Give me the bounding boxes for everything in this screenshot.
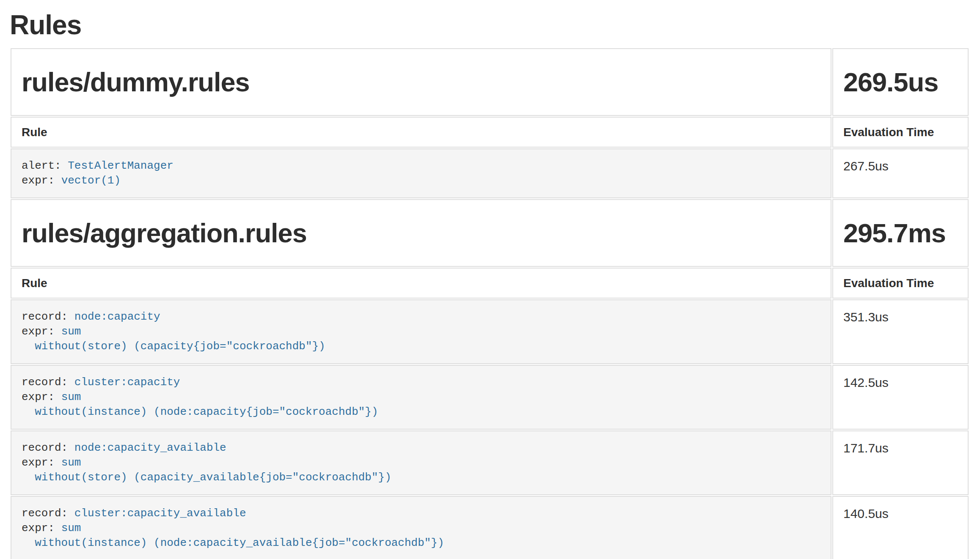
rule-name-link[interactable]: cluster:capacity (74, 376, 180, 389)
rule-expr-link[interactable]: without(instance) (node:capacity_availab… (22, 537, 444, 549)
rule-name-link[interactable]: node:capacity_available (74, 441, 226, 454)
rule-name-link[interactable]: TestAlertManager (68, 159, 173, 172)
rule-definition: alert: TestAlertManager expr: vector(1) (11, 148, 831, 198)
rule-keyword: expr: (22, 174, 61, 187)
rule-expr-link[interactable]: sum (61, 456, 81, 469)
rule-group-header-row: rules/aggregation.rules 295.7ms (11, 199, 969, 267)
rule-keyword: record: (22, 507, 74, 520)
rule-expr-link[interactable]: vector(1) (61, 174, 121, 187)
rule-code-line: record: node:capacity_available (22, 441, 820, 455)
rule-keyword: expr: (22, 522, 61, 534)
rule-expr-link[interactable]: without(instance) (node:capacity{job="co… (22, 406, 378, 418)
rule-code-line: expr: sum (22, 390, 820, 405)
column-header-row: Rule Evaluation Time (11, 268, 969, 299)
rule-definition: record: cluster:capacity_available expr:… (11, 496, 831, 559)
rule-evaluation-time: 351.3us (832, 299, 969, 364)
column-header-rule: Rule (11, 268, 831, 299)
rule-code-line: record: node:capacity (22, 310, 820, 324)
rule-keyword: record: (22, 441, 74, 454)
rule-expr-link[interactable]: without(store) (capacity{job="cockroachd… (22, 340, 325, 353)
rule-keyword: expr: (22, 456, 61, 469)
rule-evaluation-time: 267.5us (832, 148, 969, 198)
rule-group-header-row: rules/dummy.rules 269.5us (11, 48, 969, 116)
rule-expr-link[interactable]: sum (61, 325, 81, 338)
rule-keyword: expr: (22, 325, 61, 338)
rule-file-total-evaluation-time: 269.5us (832, 48, 969, 116)
rule-row: record: node:capacity expr: sum without(… (11, 299, 969, 364)
rule-code-line: alert: TestAlertManager (22, 159, 820, 173)
rule-code-line: without(instance) (node:capacity{job="co… (22, 405, 820, 419)
rule-code-line: expr: vector(1) (22, 173, 820, 188)
rule-keyword: record: (22, 310, 74, 323)
rule-name-link[interactable]: node:capacity (74, 310, 160, 323)
rule-expr-link[interactable]: sum (61, 522, 81, 534)
rule-evaluation-time: 142.5us (832, 365, 969, 430)
rule-definition: record: cluster:capacity expr: sum witho… (11, 365, 831, 430)
rule-code-line: expr: sum (22, 324, 820, 339)
rules-table: rules/dummy.rules 269.5us Rule Evaluatio… (10, 47, 969, 559)
rule-keyword: alert: (22, 159, 68, 172)
rule-code-line: without(store) (capacity_available{job="… (22, 470, 820, 485)
column-header-row: Rule Evaluation Time (11, 117, 969, 148)
rule-expr-link[interactable]: sum (61, 391, 81, 403)
rules-page: Rules rules/dummy.rules 269.5us Rule Eva… (0, 8, 980, 559)
rule-file-name: rules/dummy.rules (11, 48, 831, 116)
rule-code-line: record: cluster:capacity_available (22, 506, 820, 521)
rule-file-total-evaluation-time: 295.7ms (832, 199, 969, 267)
rule-code-line: without(store) (capacity{job="cockroachd… (22, 339, 820, 354)
page-title: Rules (10, 8, 970, 43)
rule-code-line: expr: sum (22, 521, 820, 536)
rule-row: record: cluster:capacity_available expr:… (11, 496, 969, 559)
rule-code-line: record: cluster:capacity (22, 375, 820, 390)
rule-evaluation-time: 171.7us (832, 430, 969, 495)
rule-definition: record: node:capacity expr: sum without(… (11, 299, 831, 364)
rule-evaluation-time: 140.5us (832, 496, 969, 559)
rule-expr-link[interactable]: without(store) (capacity_available{job="… (22, 471, 391, 484)
rule-row: alert: TestAlertManager expr: vector(1) … (11, 148, 969, 198)
rule-keyword: record: (22, 376, 74, 389)
rule-code-line: expr: sum (22, 455, 820, 470)
rule-file-name: rules/aggregation.rules (11, 199, 831, 267)
column-header-rule: Rule (11, 117, 831, 148)
rule-definition: record: node:capacity_available expr: su… (11, 430, 831, 495)
rule-name-link[interactable]: cluster:capacity_available (74, 507, 246, 520)
rule-keyword: expr: (22, 391, 61, 403)
rule-row: record: cluster:capacity expr: sum witho… (11, 365, 969, 430)
column-header-evaluation-time: Evaluation Time (832, 117, 969, 148)
column-header-evaluation-time: Evaluation Time (832, 268, 969, 299)
rule-code-line: without(instance) (node:capacity_availab… (22, 536, 820, 551)
rule-row: record: node:capacity_available expr: su… (11, 430, 969, 495)
